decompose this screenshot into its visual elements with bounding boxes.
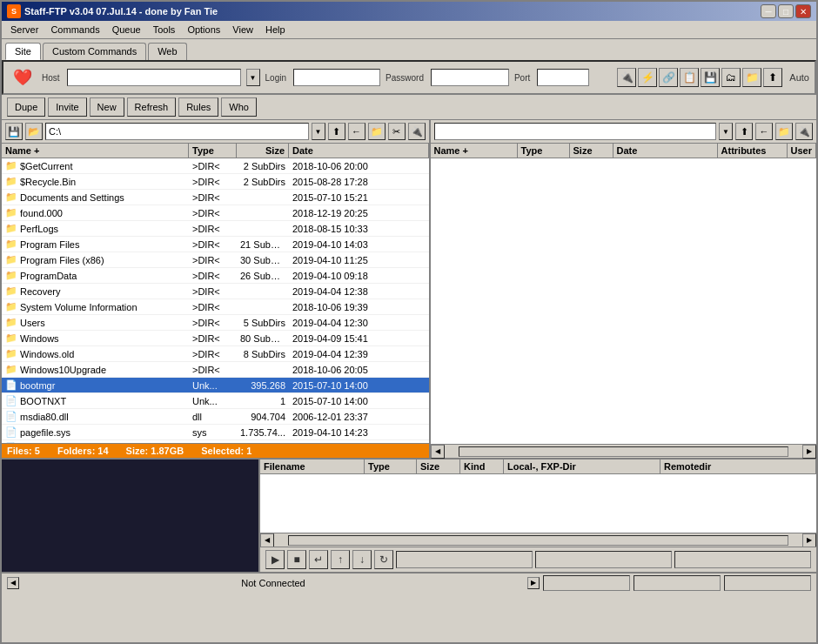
menu-help[interactable]: Help <box>260 23 291 37</box>
status-scroll-left[interactable]: ◀ <box>7 577 19 589</box>
file-row[interactable]: 📄 msdia80.dll dll 904.704 2006-12-01 23:… <box>2 409 429 425</box>
col-header-name[interactable]: Name + <box>2 144 189 158</box>
queue-content[interactable] <box>260 474 816 533</box>
file-cell-size <box>237 212 289 214</box>
left-icon-btn1[interactable]: 💾 <box>5 123 23 140</box>
col-header-type[interactable]: Type <box>189 144 237 158</box>
rules-button[interactable]: Rules <box>178 97 218 117</box>
rcol-header-user[interactable]: User <box>788 144 816 158</box>
new-button[interactable]: New <box>90 97 124 117</box>
close-button[interactable]: ✕ <box>795 4 811 18</box>
login-field[interactable] <box>293 69 380 86</box>
host-field[interactable] <box>67 69 241 86</box>
connect-btn2[interactable]: ⚡ <box>638 68 657 87</box>
right-nav-btn3[interactable]: 📁 <box>775 123 793 140</box>
menu-options[interactable]: Options <box>182 23 225 37</box>
right-nav-btn1[interactable]: ⬆ <box>735 123 753 140</box>
right-file-list[interactable] <box>431 158 816 444</box>
status-segment1 <box>543 575 630 591</box>
file-row[interactable]: 📁 System Volume Information >DIR< 2018-1… <box>2 299 429 315</box>
tab-web[interactable]: Web <box>148 43 186 60</box>
file-row[interactable]: 📁 $Recycle.Bin >DIR< 2 SubDirs 2015-08-2… <box>2 174 429 190</box>
refresh-button[interactable]: Refresh <box>127 97 177 117</box>
invite-button[interactable]: Invite <box>48 97 86 117</box>
maximize-button[interactable]: □ <box>778 4 794 18</box>
right-scroll-left[interactable]: ◀ <box>431 445 445 459</box>
file-row[interactable]: 📄 bootmgr Unk... 395.268 2015-07-10 14:0… <box>2 378 429 393</box>
left-file-list[interactable]: Name + Type Size Date 📁 $GetCurrent >DIR… <box>2 144 429 443</box>
queue-field3[interactable] <box>674 551 811 568</box>
queue-scroll-left[interactable]: ◀ <box>260 533 274 547</box>
left-icon-btn2[interactable]: 📂 <box>25 123 43 140</box>
queue-play-btn[interactable]: ▶ <box>265 550 285 569</box>
port-field[interactable] <box>537 69 589 86</box>
queue-field2[interactable] <box>535 551 672 568</box>
right-path-dropdown[interactable]: ▼ <box>719 123 733 140</box>
queue-scrollbar[interactable]: ◀ ▶ <box>260 533 816 547</box>
file-row[interactable]: 📄 BOOTNXT Unk... 1 2015-07-10 14:00 <box>2 393 429 409</box>
file-row[interactable]: 📁 Users >DIR< 5 SubDirs 2019-04-04 12:30 <box>2 315 429 331</box>
connect-btn5[interactable]: 💾 <box>701 68 720 87</box>
password-field[interactable] <box>431 69 509 86</box>
col-header-date[interactable]: Date <box>289 144 429 158</box>
connect-btn1[interactable]: 🔌 <box>617 68 636 87</box>
right-scrollbar-track[interactable] <box>459 446 788 457</box>
rcol-header-size[interactable]: Size <box>570 144 614 158</box>
right-path-field[interactable] <box>434 123 716 140</box>
right-connect-btn[interactable]: 🔌 <box>795 123 813 140</box>
connect-btn7[interactable]: 📁 <box>742 68 761 87</box>
host-dropdown[interactable]: ▼ <box>246 69 260 86</box>
queue-enter-btn[interactable]: ↵ <box>309 550 328 569</box>
connect-btn8[interactable]: ⬆ <box>763 68 782 87</box>
queue-scrollbar-track[interactable] <box>288 535 788 546</box>
file-row[interactable]: 📁 Windows.old >DIR< 8 SubDirs 2019-04-04… <box>2 346 429 362</box>
minimize-button[interactable]: ─ <box>761 4 776 18</box>
file-row[interactable]: 📁 found.000 >DIR< 2018-12-19 20:25 <box>2 205 429 221</box>
queue-field1[interactable] <box>396 551 533 568</box>
col-header-size[interactable]: Size <box>237 144 289 158</box>
tab-site[interactable]: Site <box>5 43 41 60</box>
left-path-field[interactable] <box>45 123 309 140</box>
queue-stop-btn[interactable]: ■ <box>287 550 306 569</box>
connect-btn6[interactable]: 🗂 <box>721 68 741 87</box>
right-scroll-right[interactable]: ▶ <box>802 445 816 459</box>
menu-tools[interactable]: Tools <box>148 23 181 37</box>
left-nav-btn4[interactable]: ✂ <box>388 123 406 140</box>
file-row[interactable]: 📁 Windows >DIR< 80 SubDirs 2019-04-09 15… <box>2 331 429 346</box>
connect-btn4[interactable]: 📋 <box>680 68 699 87</box>
left-nav-btn3[interactable]: 📁 <box>368 123 386 140</box>
rcol-header-attr[interactable]: Attributes <box>718 144 788 158</box>
file-cell-date: 2019-04-10 14:23 <box>289 426 429 439</box>
tab-custom-commands[interactable]: Custom Commands <box>43 43 146 60</box>
left-nav-btn2[interactable]: ← <box>348 123 365 140</box>
who-button[interactable]: Who <box>221 97 257 117</box>
left-path-dropdown[interactable]: ▼ <box>312 123 325 140</box>
file-row[interactable]: 📁 Program Files >DIR< 21 SubDirs 2019-04… <box>2 237 429 252</box>
file-row[interactable]: 📁 Documents and Settings >DIR< 2015-07-1… <box>2 190 429 205</box>
rcol-header-name[interactable]: Name + <box>431 144 518 158</box>
rcol-header-date[interactable]: Date <box>614 144 718 158</box>
rcol-header-type[interactable]: Type <box>518 144 570 158</box>
file-row[interactable]: 📁 $GetCurrent >DIR< 2 SubDirs 2018-10-06… <box>2 158 429 174</box>
queue-scroll-right[interactable]: ▶ <box>802 533 816 547</box>
queue-up-btn[interactable]: ↑ <box>331 550 350 569</box>
right-scrollbar[interactable]: ◀ ▶ <box>431 444 816 458</box>
status-scroll-right[interactable]: ▶ <box>527 577 540 589</box>
left-connect-btn[interactable]: 🔌 <box>408 123 426 140</box>
dupe-button[interactable]: Dupe <box>7 97 45 117</box>
queue-down-btn[interactable]: ↓ <box>352 550 372 569</box>
file-row[interactable]: 📁 PerfLogs >DIR< 2018-08-15 10:33 <box>2 221 429 237</box>
queue-refresh-btn[interactable]: ↻ <box>374 550 393 569</box>
menu-commands[interactable]: Commands <box>45 23 104 37</box>
connect-btn3[interactable]: 🔗 <box>659 68 678 87</box>
menu-server[interactable]: Server <box>5 23 44 37</box>
file-row[interactable]: 📁 ProgramData >DIR< 26 SubDirs 2019-04-1… <box>2 268 429 284</box>
left-nav-btn1[interactable]: ⬆ <box>328 123 345 140</box>
file-row[interactable]: 📄 pagefile.sys sys 1.735.74... 2019-04-1… <box>2 425 429 440</box>
file-row[interactable]: 📁 Windows10Upgrade >DIR< 2018-10-06 20:0… <box>2 362 429 378</box>
file-row[interactable]: 📁 Recovery >DIR< 2019-04-04 12:38 <box>2 284 429 299</box>
right-nav-btn2[interactable]: ← <box>755 123 773 140</box>
menu-view[interactable]: View <box>227 23 258 37</box>
menu-queue[interactable]: Queue <box>107 23 146 37</box>
file-row[interactable]: 📁 Program Files (x86) >DIR< 30 SubDirs 2… <box>2 252 429 268</box>
